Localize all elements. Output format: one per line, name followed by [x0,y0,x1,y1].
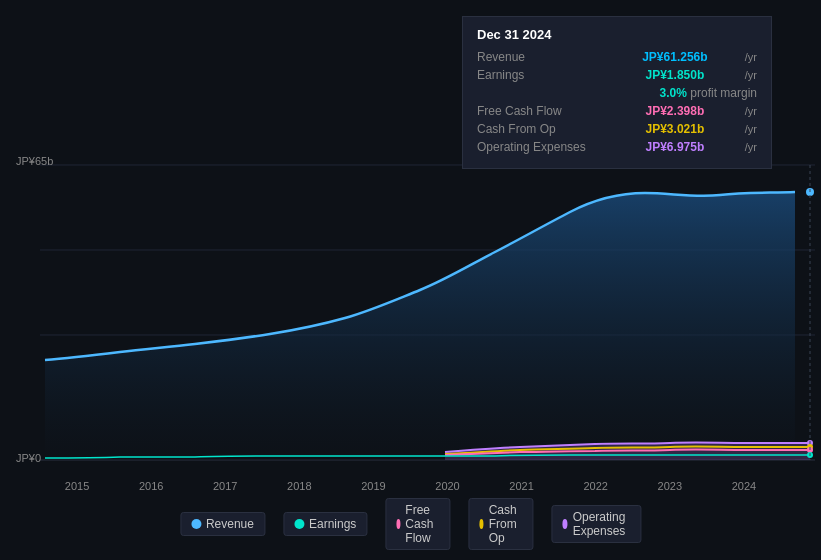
x-label-2020: 2020 [435,480,459,492]
tooltip-opex-row: Operating Expenses JP¥6.975b /yr [477,140,757,154]
tooltip-fcf-value: JP¥2.398b [646,104,705,118]
legend-cashfromop-label: Cash From Op [489,503,523,545]
tooltip-earnings-label: Earnings [477,68,607,82]
legend-revenue-label: Revenue [206,517,254,531]
tooltip-cashfromop-label: Cash From Op [477,122,607,136]
legend-opex[interactable]: Operating Expenses [551,505,641,543]
y-axis-bottom-label: JP¥0 [16,452,41,464]
legend-earnings[interactable]: Earnings [283,512,367,536]
tooltip-fcf-label: Free Cash Flow [477,104,607,118]
tooltip-earnings-row: Earnings JP¥1.850b /yr [477,68,757,82]
tooltip-date: Dec 31 2024 [477,27,757,42]
legend-revenue-dot [191,519,201,529]
tooltip-margin-value: 3.0% profit margin [660,86,757,100]
tooltip-cashfromop-row: Cash From Op JP¥3.021b /yr [477,122,757,136]
legend-cashfromop[interactable]: Cash From Op [468,498,533,550]
tooltip-earnings-value: JP¥1.850b [646,68,705,82]
data-tooltip: Dec 31 2024 Revenue JP¥61.256b /yr Earni… [462,16,772,169]
tooltip-revenue-value: JP¥61.256b [642,50,707,64]
tooltip-revenue-label: Revenue [477,50,607,64]
legend-cashfromop-dot [479,519,483,529]
tooltip-revenue-suffix: /yr [745,51,757,63]
legend-opex-label: Operating Expenses [573,510,630,538]
tooltip-earnings-suffix: /yr [745,69,757,81]
x-axis: 2015 2016 2017 2018 2019 2020 2021 2022 … [0,480,821,492]
x-label-2023: 2023 [658,480,682,492]
x-label-2015: 2015 [65,480,89,492]
legend-fcf[interactable]: Free Cash Flow [385,498,450,550]
legend-fcf-dot [396,519,400,529]
x-label-2018: 2018 [287,480,311,492]
tooltip-opex-value: JP¥6.975b [646,140,705,154]
legend-earnings-dot [294,519,304,529]
chart-legend: Revenue Earnings Free Cash Flow Cash Fro… [180,498,641,550]
x-label-2016: 2016 [139,480,163,492]
tooltip-revenue-row: Revenue JP¥61.256b /yr [477,50,757,64]
y-axis-top-label: JP¥65b [16,155,53,167]
tooltip-opex-suffix: /yr [745,141,757,153]
tooltip-cashfromop-suffix: /yr [745,123,757,135]
x-label-2022: 2022 [583,480,607,492]
legend-opex-dot [562,519,567,529]
tooltip-opex-label: Operating Expenses [477,140,607,154]
x-label-2019: 2019 [361,480,385,492]
x-label-2017: 2017 [213,480,237,492]
tooltip-cashfromop-value: JP¥3.021b [646,122,705,136]
tooltip-margin-row: 3.0% profit margin [477,86,757,100]
legend-revenue[interactable]: Revenue [180,512,265,536]
x-label-2024: 2024 [732,480,756,492]
legend-fcf-label: Free Cash Flow [405,503,439,545]
tooltip-fcf-row: Free Cash Flow JP¥2.398b /yr [477,104,757,118]
tooltip-fcf-suffix: /yr [745,105,757,117]
legend-earnings-label: Earnings [309,517,356,531]
x-label-2021: 2021 [509,480,533,492]
